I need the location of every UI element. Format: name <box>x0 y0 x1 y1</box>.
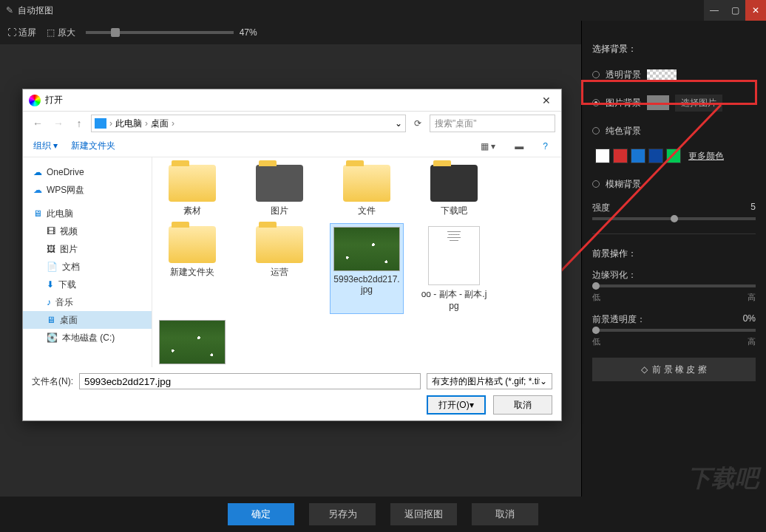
path-segment[interactable]: 桌面 <box>151 117 169 130</box>
fg-opacity-value: 0% <box>743 313 756 326</box>
color-red[interactable] <box>613 149 628 163</box>
search-placeholder: 搜索"桌面" <box>435 117 477 130</box>
dialog-titlebar: 打开 ✕ <box>23 89 561 112</box>
tree-video[interactable]: 🎞视频 <box>23 222 152 240</box>
dialog-toolbar: 组织 ▾ 新建文件夹 ▦ ▾ ▬ ? <box>23 135 561 157</box>
download-icon: ⬇ <box>47 279 54 290</box>
color-blue[interactable] <box>631 149 645 163</box>
organize-button[interactable]: 组织 ▾ <box>33 140 58 152</box>
tree-pictures[interactable]: 🖼图片 <box>23 240 152 258</box>
blur-bg-option[interactable]: 模糊背景 <box>592 174 756 194</box>
app-icon: ✎ <box>6 5 13 16</box>
folder-icon <box>430 165 478 202</box>
original-size-button[interactable]: ⬚ 原大 <box>47 27 75 39</box>
select-bg-title: 选择背景： <box>592 43 756 55</box>
folder-icon <box>256 226 303 263</box>
fg-opacity-slider[interactable] <box>592 329 756 332</box>
tree-downloads[interactable]: ⬇下载 <box>23 276 152 293</box>
path-dropdown-icon[interactable]: ⌄ <box>395 118 402 129</box>
refresh-button[interactable]: ⟳ <box>409 115 427 132</box>
dialog-cancel-button[interactable]: 取消 <box>493 395 552 415</box>
open-button[interactable]: 打开(O) ▾ <box>427 395 486 415</box>
strength-slider[interactable] <box>592 217 756 220</box>
image-bg-label: 图片背景 <box>606 97 641 109</box>
select-image-button[interactable]: 选择图片 <box>675 95 722 112</box>
tree-wps[interactable]: ☁WPS网盘 <box>23 181 152 199</box>
solid-bg-option[interactable]: 纯色背景 <box>592 120 756 141</box>
fit-screen-button[interactable]: ⛶ 适屏 <box>7 27 36 39</box>
file-item-selected[interactable]: 5993ecb2dd217.jpg <box>330 223 404 314</box>
tree-local-c[interactable]: 💽本地磁盘 (C:) <box>23 329 152 347</box>
tree-onedrive[interactable]: ☁OneDrive <box>23 163 152 181</box>
dialog-close-button[interactable]: ✕ <box>538 95 555 106</box>
color-swatches: 更多颜色 <box>595 149 756 163</box>
edge-feather-slider[interactable] <box>592 284 756 287</box>
high-label: 高 <box>748 336 756 347</box>
tree-music[interactable]: ♪音乐 <box>23 293 152 311</box>
help-button[interactable]: ? <box>540 141 551 151</box>
file-item[interactable]: 特效.jpg <box>155 317 229 367</box>
radio-icon <box>592 71 600 78</box>
transparent-bg-option[interactable]: 透明背景 <box>592 64 756 85</box>
pc-icon: 🖥 <box>33 208 42 219</box>
image-preview-icon <box>647 95 669 110</box>
tree-thispc[interactable]: 🖥此电脑 <box>23 205 152 222</box>
fg-eraser-button[interactable]: ◇ 前 景 橡 皮 擦 <box>592 358 756 381</box>
folder-icon <box>343 165 390 202</box>
folder-item[interactable]: 新建文件夹 <box>155 223 229 314</box>
folder-item[interactable]: 图片 <box>243 162 316 220</box>
view-layout-button[interactable]: ▦ ▾ <box>478 141 498 151</box>
folder-icon <box>169 226 216 263</box>
zoom-slider[interactable] <box>86 31 234 34</box>
color-green[interactable] <box>666 149 681 163</box>
cloud-icon: ☁ <box>33 185 42 195</box>
eraser-label: 前 景 橡 皮 擦 <box>652 364 706 376</box>
folder-item[interactable]: 下载吧 <box>417 162 491 220</box>
solid-bg-label: 纯色背景 <box>606 125 641 137</box>
search-input[interactable]: 搜索"桌面" <box>430 115 555 132</box>
nav-back-button[interactable]: ← <box>29 115 47 132</box>
more-colors-link[interactable]: 更多颜色 <box>688 150 724 163</box>
folder-item[interactable]: 文件 <box>330 162 404 220</box>
eraser-icon: ◇ <box>641 364 648 375</box>
maximize-button[interactable]: ▢ <box>725 0 745 21</box>
filetype-select[interactable]: 有支持的图片格式 (*.gif; *.tif ⌄ <box>427 373 552 389</box>
saveas-button[interactable]: 另存为 <box>309 503 376 525</box>
cloud-icon: ☁ <box>33 167 42 177</box>
dialog-nav: ← → ↑ › 此电脑 › 桌面 › ⌄ ⟳ 搜索"桌面" <box>23 112 561 135</box>
nav-forward-button[interactable]: → <box>50 115 67 132</box>
new-folder-button[interactable]: 新建文件夹 <box>71 140 115 152</box>
chevron-down-icon: ⌄ <box>540 376 547 386</box>
minimize-button[interactable]: — <box>704 0 725 21</box>
color-white[interactable] <box>595 149 610 163</box>
doc-thumb-icon: ▬▬▬▬▬▬▬▬▬▬▬▬▬▬▬▬▬▬▬▬▬ <box>428 226 480 285</box>
low-label: 低 <box>592 336 600 347</box>
radio-icon <box>592 99 600 106</box>
tree-documents[interactable]: 📄文档 <box>23 258 152 276</box>
transparent-bg-label: 透明背景 <box>606 69 641 81</box>
dialog-app-icon <box>29 95 41 106</box>
color-darkblue[interactable] <box>648 149 663 163</box>
ok-button[interactable]: 确定 <box>228 503 294 525</box>
folder-item[interactable]: 素材 <box>155 162 229 220</box>
file-item[interactable]: ▬▬▬▬▬▬▬▬▬▬▬▬▬▬▬▬▬▬▬▬▬oo - 副本 - 副本.jpg <box>417 223 491 314</box>
folder-item[interactable]: 运营 <box>243 223 316 314</box>
path-segment[interactable]: 此电脑 <box>115 117 142 130</box>
image-bg-option[interactable]: 图片背景 选择图片 <box>592 92 756 113</box>
high-label: 高 <box>748 292 756 303</box>
nav-up-button[interactable]: ↑ <box>70 115 88 132</box>
close-button[interactable]: ✕ <box>745 0 766 21</box>
watermark: 下载吧 <box>688 463 759 495</box>
tree-desktop[interactable]: 🖥桌面 <box>23 311 152 329</box>
back-button[interactable]: 返回抠图 <box>390 503 457 525</box>
desktop-icon: 🖥 <box>47 315 55 325</box>
title-bar: ✎ 自动抠图 — ▢ ✕ <box>0 0 766 21</box>
path-input[interactable]: › 此电脑 › 桌面 › ⌄ <box>91 115 406 132</box>
edge-feather-label: 边缘羽化： <box>592 269 637 282</box>
radio-icon <box>592 127 600 134</box>
bottom-bar: 确定 另存为 返回抠图 取消 <box>0 497 766 532</box>
filename-input[interactable] <box>79 373 421 389</box>
view-details-button[interactable]: ▬ <box>512 141 526 151</box>
cancel-button[interactable]: 取消 <box>472 503 538 525</box>
drive-icon: 💽 <box>47 332 58 343</box>
